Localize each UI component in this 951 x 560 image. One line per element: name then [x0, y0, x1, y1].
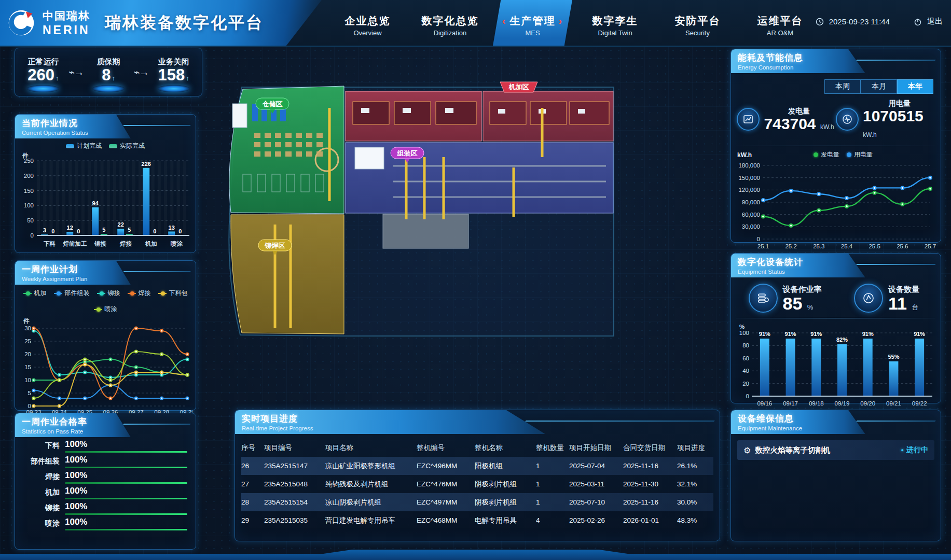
consumption-icon [836, 108, 859, 131]
zone-welding[interactable] [231, 215, 344, 334]
nav-tab-security[interactable]: 安防平台Security [658, 0, 737, 46]
header-right: 2025-09-23 11:44 退出 [816, 17, 943, 26]
nav-tab-en: AR O&M [740, 29, 820, 37]
maintenance-panel: 设备维保信息 Equipment Maintenance ⚙ 数控火焰等离子切割… [731, 410, 941, 541]
logo-cn: 中国瑞林 [43, 9, 90, 23]
zone-assembly-floor[interactable] [346, 143, 613, 213]
svg-text:10: 10 [24, 377, 31, 383]
svg-text:91%: 91% [862, 331, 874, 337]
svg-text:5: 5 [28, 390, 31, 396]
energy-range-tabs: 本周本月本年 [824, 79, 933, 94]
panel-title-en: Real-time Project Progress [235, 425, 720, 431]
svg-text:下料: 下料 [44, 241, 56, 247]
nav-tab-en: Digital Twin [575, 29, 655, 37]
device-count-value: 11 [888, 293, 907, 313]
panel-title-en: Equipment Maintenance [731, 425, 941, 431]
generation-stat: 发电量 743704 kW.h [735, 99, 836, 139]
zone-badge-machining[interactable]: 机加区 [500, 82, 537, 92]
svg-text:80: 80 [742, 342, 749, 348]
project-progress-panel: 实时项目进度 Real-time Project Progress 序号项目编号… [235, 410, 720, 541]
svg-text:100: 100 [24, 202, 34, 208]
logo-block: 中国瑞林 NERIN 瑞林装备数字化平台 [0, 0, 322, 46]
svg-text:%: % [739, 324, 745, 330]
nav-tab-ar-o&m[interactable]: 运维平台AR O&M [740, 0, 820, 46]
factory-3d-map[interactable]: 仓储区 组装区 机加区 铆焊区 [212, 46, 731, 409]
logout-button[interactable]: 退出 [927, 17, 943, 26]
panel-title-en: Current Operation Status [15, 130, 196, 136]
panel-title-en: Equipment Status [731, 269, 941, 275]
svg-text:100: 100 [739, 330, 749, 336]
generation-icon [737, 108, 760, 131]
status-stat: 质保期8 [84, 52, 133, 92]
table-row[interactable]: 26235A2515147凉山矿业阳极整形机组EZC^496MM阳极机组1202… [241, 457, 713, 475]
energy-tab[interactable]: 本年 [897, 79, 933, 94]
svg-text:150,000: 150,000 [738, 175, 760, 181]
svg-text:25.6: 25.6 [897, 243, 908, 249]
pass-rate-panel: 一周作业合格率 Statistics on Pass Rate 下料100%部件… [15, 413, 196, 550]
svg-text:0: 0 [153, 228, 156, 234]
svg-text:30: 30 [24, 325, 31, 331]
svg-text:09/21: 09/21 [886, 400, 901, 407]
pass-rate-row: 部件组装100% [15, 453, 196, 468]
table-header-row: 序号项目编号项目名称整机编号整机名称整机数量项目开始日期合同交货日期项目进度 [241, 439, 713, 457]
nav-tab-mes[interactable]: 生产管理MES [493, 0, 572, 46]
flow-arrow-icon: ⌁→ [134, 66, 148, 78]
project-table: 序号项目编号项目名称整机编号整机名称整机数量项目开始日期合同交货日期项目进度26… [235, 434, 720, 529]
panel-title-en: Weekly Assignment Plan [15, 276, 196, 282]
nerin-logo-icon [7, 9, 35, 37]
svg-text:200: 200 [24, 173, 34, 179]
svg-text:09/16: 09/16 [757, 400, 772, 407]
energy-unit: kW.h [737, 151, 752, 159]
pass-rate-row: 焊接100% [15, 468, 196, 484]
svg-text:件: 件 [23, 318, 30, 324]
table-row[interactable]: 27235A2515048纯钧残极及剥片机组EZC^476MM阴极剥片机组120… [241, 475, 713, 493]
svg-text:09/17: 09/17 [783, 400, 798, 407]
legend-item: 实际完成 [109, 142, 145, 150]
energy-tab[interactable]: 本周 [824, 79, 861, 94]
consumption-unit: kW.h [863, 131, 877, 138]
stat-value: 8 [84, 67, 133, 84]
panel-title-cn: 一周作业合格率 [15, 413, 196, 428]
svg-text:0: 0 [757, 236, 760, 242]
footer-strip [0, 550, 951, 560]
energy-tab[interactable]: 本月 [861, 79, 897, 94]
nav-tab-digitization[interactable]: 数字化总览Digitization [410, 0, 490, 46]
current-operation-panel: 当前作业情况 Current Operation Status 计划完成实际完成… [15, 114, 196, 253]
svg-text:铆接: 铆接 [94, 241, 107, 247]
svg-text:09/20: 09/20 [860, 400, 875, 407]
pass-rate-row: 下料100% [15, 437, 196, 453]
svg-text:09/18: 09/18 [809, 400, 824, 407]
nav-tab-overview[interactable]: 企业总览Overview [328, 0, 407, 46]
svg-text:15: 15 [24, 364, 31, 370]
panel-title-en: Energy Consumption [731, 64, 941, 71]
table-row[interactable]: 29235A2515035营口建发电解专用吊车EZC^468MM电解专用吊具42… [241, 511, 713, 529]
weekly-line-chart: 件05101520253009.2309.2409.2509.2609.2709… [18, 315, 192, 418]
svg-text:91%: 91% [810, 331, 822, 337]
legend-item: 计划完成 [66, 142, 102, 150]
maintenance-item-name: 数控火焰等离子切割机 [755, 445, 830, 455]
svg-text:91%: 91% [759, 331, 770, 337]
legend-item: 部件组装 [54, 289, 90, 298]
ops-bar-chart: 件05010015020025030下料120焊前加工945铆接225焊接226… [18, 151, 192, 251]
maintenance-item[interactable]: ⚙ 数控火焰等离子切割机 进行中 [737, 440, 934, 460]
stat-value: 158 [149, 67, 199, 84]
weekly-legend: 机加部件组装铆接焊接下料包喷涂 [15, 289, 196, 314]
generation-value: 743704 [764, 115, 816, 132]
svg-text:91%: 91% [785, 331, 796, 337]
svg-text:12: 12 [67, 225, 73, 231]
nav-tab-digital-twin[interactable]: 数字孪生Digital Twin [575, 0, 655, 46]
logout-icon[interactable] [914, 18, 922, 26]
svg-text:25.2: 25.2 [785, 243, 796, 249]
legend-item: 铆接 [97, 289, 120, 298]
screen-board [355, 147, 384, 169]
table-row[interactable]: 28235A2515154凉山阴极剥片机组EZC^497MM阴极剥片机组1202… [241, 493, 713, 511]
device-count-unit: 台 [912, 303, 918, 311]
svg-text:91%: 91% [914, 331, 925, 337]
svg-text:25: 25 [24, 338, 31, 344]
utilization-stat: 设备作业率 85 % [734, 284, 836, 313]
device-count-stat: 设备数量 11 台 [836, 284, 938, 313]
energy-legend: 发电量用电量 [752, 150, 934, 159]
svg-text:0: 0 [178, 228, 182, 234]
svg-text:22: 22 [118, 221, 124, 228]
svg-text:机加: 机加 [145, 241, 157, 247]
